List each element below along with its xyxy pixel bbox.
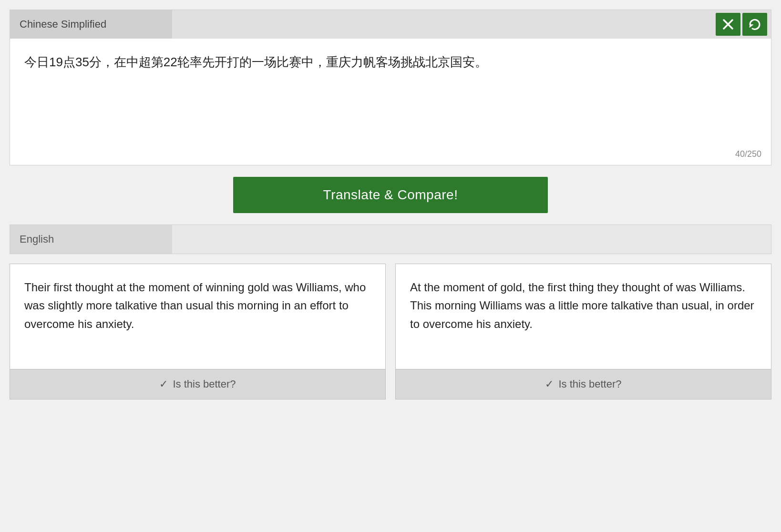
is-better-button-2[interactable]: ✓ Is this better?: [396, 369, 771, 399]
translate-container: Translate & Compare!: [10, 177, 771, 213]
translation-card-2: At the moment of gold, the first thing t…: [395, 264, 771, 399]
source-section: Chinese Simplified 今日19点35分，在中超第22轮率先开: [10, 10, 771, 165]
translate-button[interactable]: Translate & Compare!: [233, 177, 548, 213]
close-button[interactable]: [716, 13, 740, 36]
target-language-label: English: [10, 225, 172, 254]
checkmark-icon-2: ✓: [545, 378, 554, 390]
translation-text-2: At the moment of gold, the first thing t…: [396, 264, 771, 369]
header-buttons: [712, 9, 771, 40]
target-section: English: [10, 225, 771, 254]
source-textarea[interactable]: 今日19点35分，在中超第22轮率先开打的一场比赛中，重庆力帆客场挑战北京国安。: [10, 39, 771, 143]
source-language-label: Chinese Simplified: [10, 10, 172, 39]
translation-text-1: Their first thought at the moment of win…: [10, 264, 385, 369]
main-container: Chinese Simplified 今日19点35分，在中超第22轮率先开: [10, 10, 771, 399]
source-language-header: Chinese Simplified: [10, 10, 771, 39]
comparison-container: Their first thought at the moment of win…: [10, 264, 771, 399]
target-language-header: English: [10, 225, 771, 254]
translation-card-1: Their first thought at the moment of win…: [10, 264, 386, 399]
footer-label-1: Is this better?: [173, 378, 236, 390]
char-count: 40/250: [10, 145, 771, 165]
footer-label-2: Is this better?: [558, 378, 621, 390]
checkmark-icon-1: ✓: [159, 378, 168, 390]
is-better-button-1[interactable]: ✓ Is this better?: [10, 369, 385, 399]
close-icon: [722, 18, 734, 31]
reset-button[interactable]: [742, 13, 767, 36]
reset-icon: [748, 17, 762, 31]
